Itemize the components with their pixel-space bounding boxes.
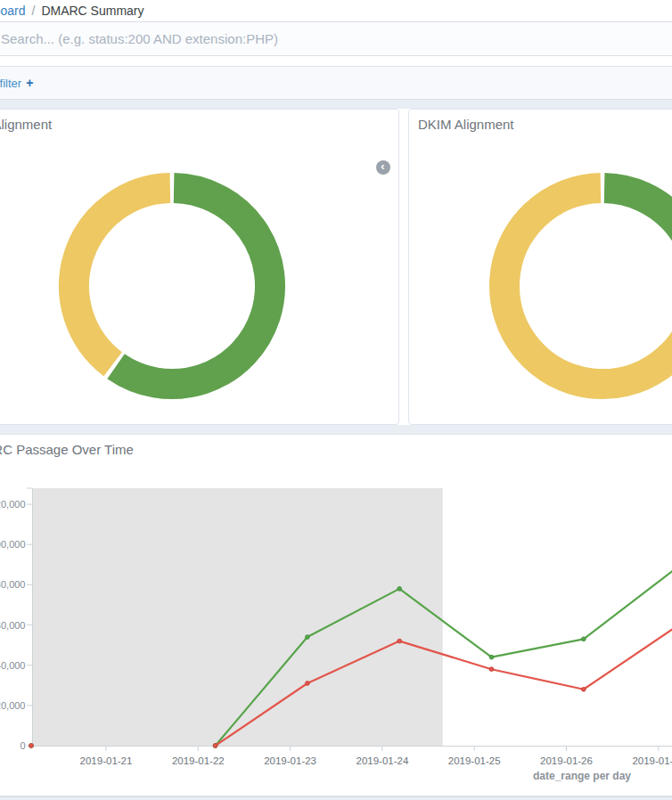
filter-bar: Add a filter + xyxy=(0,66,672,100)
data-point-red[interactable] xyxy=(581,687,586,691)
plus-icon: + xyxy=(26,76,33,90)
breadcrumb-dashboard-link[interactable]: Dashboard xyxy=(0,4,26,18)
panel-dkim-alignment: DKIM Alignment xyxy=(408,109,672,425)
query-bar xyxy=(0,22,672,56)
breadcrumb: Dashboard / DMARC Summary xyxy=(0,0,144,21)
x-axis-title: date_range per day xyxy=(533,770,631,782)
panel-title-dkim: DKIM Alignment xyxy=(418,117,514,132)
x-axis-label: 2019-01-24 xyxy=(356,755,408,766)
pie-slice-green[interactable] xyxy=(604,188,672,303)
breadcrumb-bar: Dashboard / DMARC Summary xyxy=(0,0,672,22)
pie-slice-yellow[interactable] xyxy=(74,188,170,364)
pie-slice-yellow[interactable] xyxy=(504,188,672,384)
data-point-green[interactable] xyxy=(397,586,402,591)
x-axis-label: 2019-01-22 xyxy=(172,755,225,766)
pie-slice-green[interactable] xyxy=(116,188,270,384)
panel-spf-alignment: SPF Alignment ‹ xyxy=(0,109,399,425)
data-point-green[interactable] xyxy=(306,635,310,640)
x-axis-label: 2019-01-23 xyxy=(264,755,316,766)
dashboard-viewport: Dashboard / DMARC Summary Add a filter +… xyxy=(0,0,672,800)
breadcrumb-separator: / xyxy=(32,4,36,18)
data-point-green[interactable] xyxy=(489,655,494,659)
y-axis-label: 100,000 xyxy=(0,539,26,550)
y-axis-label: 80,000 xyxy=(0,579,26,590)
search-input[interactable] xyxy=(1,22,671,55)
legend-collapse-icon[interactable]: ‹ xyxy=(376,160,390,175)
panel-title-spf: SPF Alignment xyxy=(0,117,52,132)
y-axis-label: 40,000 xyxy=(0,660,26,671)
data-point-red[interactable] xyxy=(213,744,217,748)
x-axis-label: 2019-01-25 xyxy=(448,755,501,766)
y-axis-label: 60,000 xyxy=(0,620,26,631)
x-axis-label: 2019-01-21 xyxy=(80,755,133,766)
page-title: DMARC Summary xyxy=(41,4,143,18)
y-axis-label: 20,000 xyxy=(0,700,26,711)
dashboard-gutter xyxy=(0,425,672,434)
data-point-red[interactable] xyxy=(306,682,310,686)
data-point-red[interactable] xyxy=(397,639,402,643)
spf-donut-chart[interactable] xyxy=(52,166,292,406)
add-filter-button[interactable]: Add a filter + xyxy=(0,67,33,99)
panel-dmarc-passage: DMARC Passage Over Time 020,00040,00060,… xyxy=(0,434,672,796)
y-axis-label: 120,000 xyxy=(0,499,26,510)
x-axis-label: 2019-01-26 xyxy=(540,755,593,766)
data-point-red[interactable] xyxy=(29,744,34,748)
add-filter-label: Add a filter xyxy=(0,77,21,90)
y-axis-label: 0 xyxy=(20,740,25,751)
data-point-green[interactable] xyxy=(581,637,586,641)
dkim-donut-chart[interactable] xyxy=(482,166,672,406)
time-brush-selection[interactable] xyxy=(32,488,443,746)
data-point-red[interactable] xyxy=(489,667,494,672)
passage-line-chart[interactable]: 020,00040,00060,00080,000100,000120,0002… xyxy=(0,435,672,797)
dashboard-gutter-bottom xyxy=(0,796,672,800)
x-axis-label: 2019-01-27 xyxy=(632,755,672,766)
dashboard-gutter xyxy=(0,100,672,109)
